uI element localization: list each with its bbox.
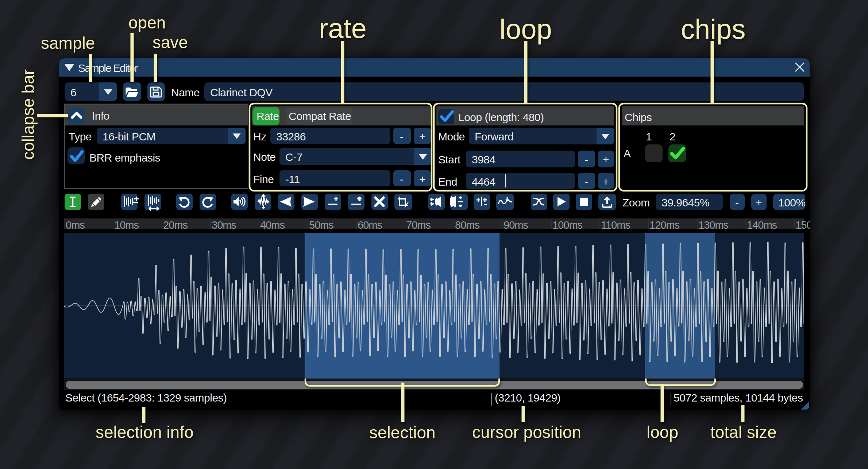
svg-text:selection info: selection info <box>96 423 194 442</box>
svg-text:total size: total size <box>710 423 777 442</box>
svg-text:rate: rate <box>319 13 367 44</box>
svg-text:collapse bar: collapse bar <box>19 69 38 160</box>
svg-text:loop: loop <box>647 423 678 442</box>
svg-text:chips: chips <box>681 13 745 44</box>
svg-text:loop: loop <box>499 13 552 44</box>
svg-text:open: open <box>128 13 166 32</box>
svg-text:sample: sample <box>41 34 95 53</box>
svg-text:save: save <box>153 33 188 52</box>
svg-text:selection: selection <box>369 423 436 442</box>
svg-text:cursor position: cursor position <box>472 423 581 442</box>
